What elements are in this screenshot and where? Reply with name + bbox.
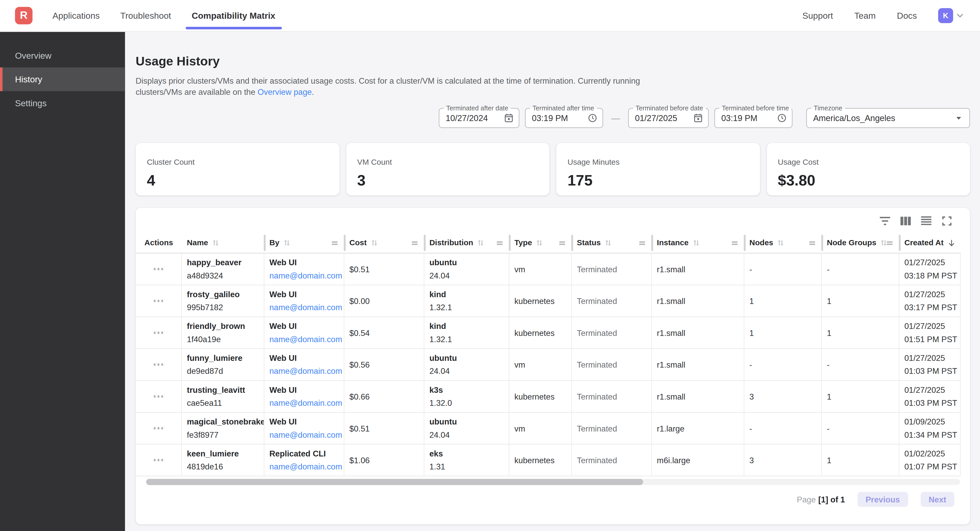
filter-bar: Terminated after date 10/27/2024 Termina… — [135, 108, 970, 128]
row-actions-button[interactable] — [151, 329, 165, 336]
account-menu-button[interactable]: K — [938, 8, 965, 23]
terminated-before-date-label: Terminated before date — [633, 104, 706, 112]
sort-icon[interactable] — [535, 238, 544, 247]
user-email-link[interactable]: name@domain.com — [269, 334, 339, 344]
row-actions-button[interactable] — [151, 393, 165, 400]
sort-icon[interactable] — [476, 238, 485, 247]
sort-icon[interactable] — [692, 238, 701, 247]
cell-nodes: - — [745, 412, 822, 444]
column-resize-handle[interactable] — [264, 235, 266, 251]
column-header-node-groups[interactable]: Node Groups — [822, 233, 899, 253]
row-actions-button[interactable] — [151, 425, 165, 432]
drag-handle-icon[interactable] — [730, 239, 739, 246]
horizontal-scrollbar-track[interactable] — [146, 479, 960, 485]
cell-actions — [135, 444, 182, 476]
column-header-instance[interactable]: Instance — [652, 233, 745, 253]
density-toggle-button[interactable] — [920, 214, 933, 228]
user-email-link[interactable]: name@domain.com — [269, 366, 339, 376]
page-indicator: Page[1] of 1 — [797, 495, 845, 504]
nav-link-docs[interactable]: Docs — [897, 11, 917, 21]
drag-handle-icon[interactable] — [331, 239, 339, 246]
clock-icon[interactable] — [777, 113, 787, 123]
sort-icon[interactable] — [604, 238, 613, 247]
row-actions-button[interactable] — [151, 361, 165, 368]
fullscreen-toggle-button[interactable] — [940, 214, 954, 228]
previous-page-button[interactable]: Previous — [858, 492, 908, 507]
user-email-link[interactable]: name@domain.com — [269, 271, 339, 280]
sort-icon[interactable] — [370, 238, 379, 247]
cell-created-at: 01/27/2025 03:17 PM PST — [899, 285, 961, 316]
terminated-before-date-input[interactable]: Terminated before date 01/27/2025 — [628, 108, 709, 128]
terminated-before-time-input[interactable]: Terminated before time 03:19 PM — [714, 108, 792, 128]
pagination: Page[1] of 1 Previous Next — [797, 492, 955, 507]
terminated-after-time-input[interactable]: Terminated after time 03:19 PM — [525, 108, 603, 128]
cell-by: Web UI name@domain.com — [264, 285, 344, 316]
stat-value: 175 — [568, 172, 747, 189]
drag-handle-icon[interactable] — [638, 239, 646, 246]
stat-label: Usage Minutes — [568, 158, 747, 167]
sidebar-item-settings[interactable]: Settings — [0, 91, 125, 115]
column-header-type[interactable]: Type — [509, 233, 572, 253]
column-header-name[interactable]: Name — [182, 233, 264, 253]
column-resize-handle[interactable] — [744, 235, 746, 251]
timezone-select[interactable]: Timezone America/Los_Angeles — [806, 108, 970, 128]
row-actions-button[interactable] — [151, 265, 165, 273]
clock-icon[interactable] — [587, 113, 597, 123]
row-actions-button[interactable] — [151, 297, 165, 304]
column-resize-handle[interactable] — [424, 235, 425, 251]
sort-desc-arrow-icon[interactable] — [947, 238, 956, 247]
calendar-icon[interactable] — [693, 113, 703, 123]
nav-link-support[interactable]: Support — [802, 11, 833, 21]
tab-compatibility-matrix[interactable]: Compatibility Matrix — [192, 0, 275, 31]
drag-handle-icon[interactable] — [886, 239, 894, 246]
calendar-icon[interactable] — [504, 113, 514, 123]
nav-right: Support Team Docs K — [802, 8, 965, 23]
filter-list-button[interactable] — [878, 214, 892, 228]
column-resize-handle[interactable] — [899, 235, 900, 251]
drag-handle-icon[interactable] — [808, 239, 816, 246]
column-header-status[interactable]: Status — [572, 233, 652, 253]
column-header-nodes[interactable]: Nodes — [745, 233, 822, 253]
show-hide-columns-button[interactable] — [899, 214, 913, 228]
column-header-cost[interactable]: Cost — [344, 233, 425, 253]
column-resize-handle[interactable] — [509, 235, 511, 251]
sort-icon[interactable] — [211, 238, 220, 247]
terminated-after-date-input[interactable]: Terminated after date 10/27/2024 — [439, 108, 519, 128]
nav-link-team[interactable]: Team — [854, 11, 876, 21]
cell-nodes: 1 — [745, 285, 822, 316]
column-resize-handle[interactable] — [571, 235, 573, 251]
chevron-down-icon — [955, 11, 965, 21]
next-page-button[interactable]: Next — [920, 492, 954, 507]
row-actions-button[interactable] — [151, 457, 165, 464]
horizontal-scrollbar-thumb[interactable] — [146, 479, 643, 485]
stat-label: VM Count — [357, 158, 537, 167]
density-icon — [920, 214, 933, 228]
column-resize-handle[interactable] — [651, 235, 653, 251]
column-header-created-at[interactable]: Created At — [899, 233, 961, 253]
column-header-distribution[interactable]: Distribution — [425, 233, 509, 253]
replicated-logo[interactable]: R — [15, 7, 32, 24]
caret-down-icon[interactable] — [953, 113, 964, 124]
overview-page-link[interactable]: Overview page — [258, 87, 312, 97]
cell-nodes: - — [745, 349, 822, 380]
column-header-by[interactable]: By — [264, 233, 344, 253]
user-email-link[interactable]: name@domain.com — [269, 398, 339, 407]
user-email-link[interactable]: name@domain.com — [269, 430, 339, 439]
column-resize-handle[interactable] — [821, 235, 823, 251]
cell-cost: $0.56 — [344, 349, 425, 380]
sort-icon[interactable] — [282, 238, 291, 247]
sidebar-item-overview[interactable]: Overview — [0, 44, 125, 67]
drag-handle-icon[interactable] — [410, 239, 419, 246]
date-range-separator: — — [611, 113, 620, 123]
tab-applications[interactable]: Applications — [52, 0, 100, 31]
cell-actions — [135, 317, 182, 349]
drag-handle-icon[interactable] — [496, 239, 504, 246]
sort-icon[interactable] — [776, 238, 785, 247]
cell-by: Web UI name@domain.com — [264, 317, 344, 349]
user-email-link[interactable]: name@domain.com — [269, 303, 339, 312]
column-resize-handle[interactable] — [344, 235, 346, 251]
user-email-link[interactable]: name@domain.com — [269, 462, 339, 471]
tab-troubleshoot[interactable]: Troubleshoot — [121, 0, 171, 31]
sidebar-item-history[interactable]: History — [0, 68, 125, 91]
drag-handle-icon[interactable] — [558, 239, 566, 246]
